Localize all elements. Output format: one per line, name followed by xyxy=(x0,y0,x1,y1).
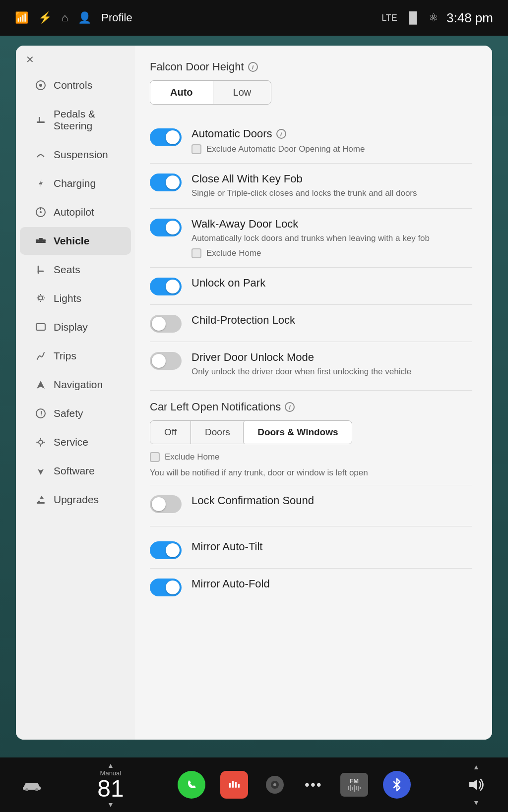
status-left: 📶 ⚡ ⌂ 👤 Profile xyxy=(15,11,132,24)
unlock-on-park-toggle[interactable] xyxy=(150,278,182,295)
software-icon xyxy=(35,465,47,477)
svg-rect-32 xyxy=(232,781,234,788)
svg-line-18 xyxy=(43,299,44,300)
taskbar-right: ▲ ▼ xyxy=(464,763,488,807)
upgrades-icon xyxy=(35,494,47,506)
svg-rect-31 xyxy=(229,783,231,788)
wifi-icon: 📶 xyxy=(15,11,28,24)
close-all-keyfob-content: Close All With Key Fob Single or Triple-… xyxy=(191,173,472,199)
child-protection-label: Child-Protection Lock xyxy=(191,314,472,327)
walk-away-lock-label: Walk-Away Door Lock xyxy=(191,218,472,231)
sidebar-item-lights[interactable]: Lights xyxy=(20,285,131,312)
safety-label: Safety xyxy=(54,407,83,419)
exclude-home-door-label: Exclude Automatic Door Opening at Home xyxy=(206,144,365,154)
svg-rect-11 xyxy=(36,241,46,243)
fm-radio-button[interactable]: FM xyxy=(340,773,368,797)
exclude-home-door-checkbox[interactable] xyxy=(191,144,201,154)
walk-away-lock-content: Walk-Away Door Lock Automatically lock d… xyxy=(191,218,472,258)
sidebar-item-upgrades[interactable]: Upgrades xyxy=(20,486,131,514)
sidebar-item-seats[interactable]: Seats xyxy=(20,256,131,284)
exclude-home-notif-label: Exclude Home xyxy=(165,452,220,462)
taskbar-left xyxy=(20,773,44,797)
sidebar-item-pedals[interactable]: Pedals & Steering xyxy=(20,100,131,140)
close-button[interactable]: ✕ xyxy=(22,52,38,67)
automatic-doors-info-icon[interactable]: i xyxy=(276,129,286,139)
volume-button[interactable] xyxy=(464,773,488,797)
sidebar-item-charging[interactable]: Charging xyxy=(20,170,131,197)
falcon-door-low-btn[interactable]: Low xyxy=(213,81,271,104)
driver-door-unlock-toggle[interactable] xyxy=(150,352,182,370)
sidebar-item-navigation[interactable]: Navigation xyxy=(20,371,131,399)
sidebar-item-service[interactable]: Service xyxy=(20,428,131,456)
svg-rect-43 xyxy=(358,786,359,791)
sidebar-item-trips[interactable]: Trips xyxy=(20,342,131,370)
bluetooth-button[interactable] xyxy=(383,771,411,799)
driver-door-unlock-text: Driver Door Unlock Mode xyxy=(191,351,314,364)
falcon-door-auto-btn[interactable]: Auto xyxy=(150,81,213,104)
controls-icon xyxy=(35,79,47,91)
unlock-on-park-content: Unlock on Park xyxy=(191,277,472,291)
lightning-icon: ⚡ xyxy=(38,11,52,24)
svg-point-6 xyxy=(40,211,42,213)
svg-point-12 xyxy=(39,296,43,300)
volume-down-chevron[interactable]: ▼ xyxy=(473,799,480,807)
mirror-auto-tilt-toggle[interactable] xyxy=(150,541,182,559)
speed-up-chevron[interactable]: ▲ xyxy=(107,761,114,769)
walk-away-lock-toggle[interactable] xyxy=(150,219,182,236)
svg-point-30 xyxy=(35,788,38,791)
media-button[interactable] xyxy=(263,773,287,797)
svg-rect-26 xyxy=(37,502,45,504)
sidebar-item-autopilot[interactable]: Autopilot xyxy=(20,198,131,226)
driver-door-unlock-label: Driver Door Unlock Mode xyxy=(191,351,472,364)
sidebar-item-controls[interactable]: Controls xyxy=(20,71,131,99)
close-all-keyfob-text: Close All With Key Fob xyxy=(191,173,303,185)
car-left-open-btn-group: Off Doors Doors & Windows xyxy=(150,420,352,444)
mirror-auto-fold-toggle[interactable] xyxy=(150,579,182,596)
svg-rect-33 xyxy=(235,782,237,788)
notif-off-btn[interactable]: Off xyxy=(150,421,190,444)
sidebar-item-suspension[interactable]: Suspension xyxy=(20,141,131,169)
speed-down-chevron[interactable]: ▼ xyxy=(107,801,114,809)
speed-display: ▲ Manual 81 ▼ xyxy=(97,761,124,809)
svg-rect-9 xyxy=(39,238,43,241)
sidebar-item-safety[interactable]: ! Safety xyxy=(20,400,131,427)
close-all-keyfob-label: Close All With Key Fob xyxy=(191,173,472,185)
time-display: 3:48 pm xyxy=(446,10,493,26)
svg-rect-34 xyxy=(238,784,240,788)
exclude-home-walk-checkbox[interactable] xyxy=(191,248,201,258)
close-all-keyfob-toggle[interactable] xyxy=(150,174,182,191)
car-left-open-info-icon[interactable]: i xyxy=(285,402,295,412)
mirror-auto-tilt-label: Mirror Auto-Tilt xyxy=(191,540,472,553)
settings-panel: ✕ Controls Pedals xyxy=(16,46,492,740)
svg-rect-21 xyxy=(36,324,45,330)
notif-doors-windows-btn[interactable]: Doors & Windows xyxy=(243,420,352,444)
walk-away-sub-row: Exclude Home xyxy=(191,248,472,258)
sidebar-item-software[interactable]: Software xyxy=(20,457,131,485)
exclude-home-notif-row: Exclude Home xyxy=(150,452,472,462)
notif-doors-btn[interactable]: Doors xyxy=(190,421,244,444)
suspension-icon xyxy=(35,149,47,161)
automatic-doors-toggle[interactable] xyxy=(150,128,182,146)
autopilot-label: Autopilot xyxy=(54,206,94,218)
trips-icon xyxy=(35,350,47,362)
child-protection-toggle[interactable] xyxy=(150,315,182,333)
exclude-home-notif-checkbox[interactable] xyxy=(150,452,160,462)
falcon-door-info-icon[interactable]: i xyxy=(248,62,258,72)
lock-confirmation-toggle[interactable] xyxy=(150,495,182,513)
display-icon xyxy=(35,321,47,333)
lights-label: Lights xyxy=(54,292,81,304)
sidebar-item-display[interactable]: Display xyxy=(20,313,131,341)
mirror-auto-fold-label: Mirror Auto-Fold xyxy=(191,578,472,590)
music-button[interactable] xyxy=(220,771,248,799)
volume-up-chevron[interactable]: ▲ xyxy=(473,763,480,771)
sidebar-item-vehicle[interactable]: Vehicle xyxy=(20,227,131,255)
safety-icon: ! xyxy=(35,407,47,419)
separator-1 xyxy=(150,390,472,391)
charging-label: Charging xyxy=(54,177,96,189)
more-options-button[interactable]: ••• xyxy=(302,773,325,797)
lock-confirmation-content: Lock Confirmation Sound xyxy=(191,494,472,509)
svg-marker-4 xyxy=(39,179,43,187)
car-status-icon[interactable] xyxy=(20,773,44,797)
phone-button[interactable] xyxy=(178,771,205,799)
svg-rect-42 xyxy=(356,786,357,790)
